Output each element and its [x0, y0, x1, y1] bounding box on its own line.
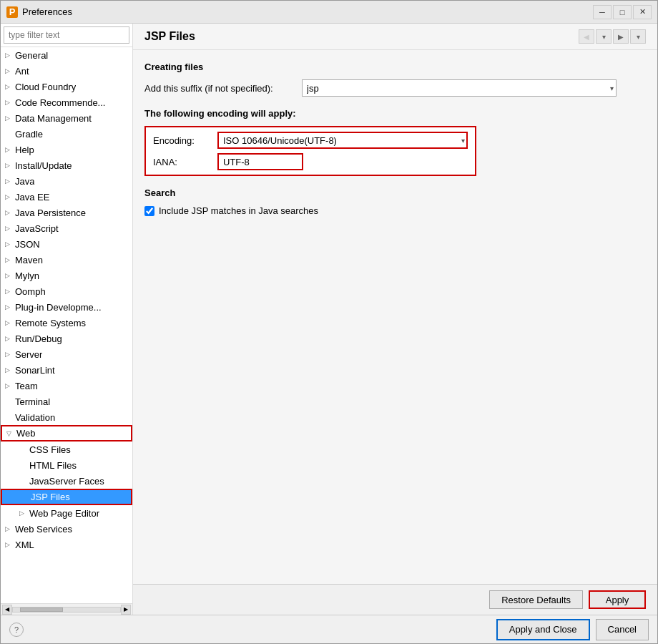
sidebar-item-css-files[interactable]: ▷ CSS Files [1, 441, 132, 457]
sidebar-item-general[interactable]: ▷ General [1, 47, 132, 63]
sidebar-item-label: CSS Files [29, 444, 71, 455]
sidebar-item-label: Maven [15, 255, 43, 265]
expand-arrow: ▷ [5, 52, 15, 59]
suffix-label: Add this suffix (if not specified): [144, 83, 302, 94]
sidebar-item-label: Gradle [15, 129, 43, 140]
sidebar-item-label: Ant [15, 66, 29, 77]
expand-arrow: ▷ [5, 525, 15, 532]
expand-arrow: ▷ [5, 272, 15, 279]
encoding-bordered-box: Encoding: ISO 10646/Unicode(UTF-8) ▾ IAN… [144, 126, 476, 176]
sidebar-item-java-ee[interactable]: ▷ Java EE [1, 189, 132, 205]
sidebar-item-server[interactable]: ▷ Server [1, 346, 132, 362]
expand-arrow: ▷ [5, 225, 15, 232]
sidebar-item-gradle[interactable]: ▷ Gradle [1, 126, 132, 142]
sidebar-item-json[interactable]: ▷ JSON [1, 236, 132, 252]
sidebar-item-html-files[interactable]: ▷ HTML Files [1, 457, 132, 473]
sidebar-item-code-recommender[interactable]: ▷ Code Recommende... [1, 94, 132, 110]
scrollbar-thumb[interactable] [20, 608, 63, 612]
sidebar-item-mylyn[interactable]: ▷ Mylyn [1, 268, 132, 283]
sidebar-item-maven[interactable]: ▷ Maven [1, 252, 132, 268]
search-section: Search Include JSP matches in Java searc… [144, 187, 646, 216]
sidebar-item-label: Help [15, 145, 34, 155]
restore-defaults-button[interactable]: Restore Defaults [489, 590, 583, 609]
sidebar-scrollbar[interactable]: ◀ ▶ [1, 603, 132, 615]
back-button[interactable]: ◀ [579, 29, 594, 44]
sidebar-item-sonarlint[interactable]: ▷ SonarLint [1, 362, 132, 378]
minimize-button[interactable]: ─ [593, 5, 612, 19]
sidebar-item-web-services[interactable]: ▷ Web Services [1, 521, 132, 537]
sidebar-item-terminal[interactable]: ▷ Terminal [1, 394, 132, 409]
sidebar-item-ant[interactable]: ▷ Ant [1, 63, 132, 79]
sidebar-item-remote-systems[interactable]: ▷ Remote Systems [1, 315, 132, 331]
forward-button[interactable]: ▶ [613, 29, 629, 44]
filter-box [1, 24, 132, 47]
sidebar-item-label: Remote Systems [15, 318, 86, 328]
sidebar-item-label: Web [16, 428, 36, 439]
sidebar-item-cloud-foundry[interactable]: ▷ Cloud Foundry [1, 79, 132, 94]
sidebar-item-plug-in-development[interactable]: ▷ Plug-in Developme... [1, 299, 132, 315]
expand-arrow: ▷ [5, 67, 15, 74]
scroll-left-button[interactable]: ◀ [2, 605, 12, 615]
apply-and-close-button[interactable]: Apply and Close [496, 619, 590, 640]
sidebar-item-validation[interactable]: ▷ Validation [1, 409, 132, 425]
sidebar-item-web[interactable]: ▽ Web [1, 425, 132, 441]
sidebar-item-install-update[interactable]: ▷ Install/Update [1, 157, 132, 173]
sidebar-item-javascript[interactable]: ▷ JavaScript [1, 220, 132, 236]
sidebar-item-team[interactable]: ▷ Team [1, 378, 132, 394]
sidebar-item-label: Cloud Foundry [15, 82, 76, 92]
encoding-dropdown-arrow: ▾ [461, 137, 465, 145]
sidebar-item-label: Validation [15, 412, 55, 423]
back-dropdown-button[interactable]: ▾ [596, 29, 612, 44]
maximize-button[interactable]: □ [613, 5, 632, 19]
expand-arrow: ▷ [5, 83, 15, 90]
title-bar-left: P Preferences [6, 6, 72, 18]
sidebar-item-javaserver-faces[interactable]: ▷ JavaServer Faces [1, 473, 132, 489]
expand-arrow: ▷ [5, 256, 15, 263]
sidebar-item-label: Data Management [15, 113, 92, 124]
creating-files-section: Creating files Add this suffix (if not s… [144, 62, 646, 97]
footer: ? Apply and Close Cancel [1, 615, 657, 643]
close-button[interactable]: ✕ [633, 5, 652, 19]
tree-area: ▷ General ▷ Ant ▷ Cloud Foundry ▷ Code R… [1, 47, 132, 603]
encoding-select[interactable]: ISO 10646/Unicode(UTF-8) [217, 132, 468, 149]
sidebar-item-web-page-editor[interactable]: ▷ Web Page Editor [1, 505, 132, 521]
search-checkbox[interactable] [144, 206, 154, 216]
expand-arrow: ▷ [5, 335, 15, 342]
bottom-buttons: Restore Defaults Apply [133, 584, 657, 615]
suffix-select[interactable]: jsp [302, 79, 617, 97]
main-content: ▷ General ▷ Ant ▷ Cloud Foundry ▷ Code R… [1, 24, 657, 615]
creating-files-title: Creating files [144, 62, 646, 72]
sidebar-item-label: XML [15, 540, 34, 550]
search-checkbox-row: Include JSP matches in Java searches [144, 205, 646, 216]
sidebar-item-xml[interactable]: ▷ XML [1, 537, 132, 552]
apply-button[interactable]: Apply [589, 590, 646, 609]
iana-value: UTF-8 [217, 153, 303, 170]
sidebar-item-label: JavaServer Faces [29, 476, 104, 487]
sidebar-item-java[interactable]: ▷ Java [1, 173, 132, 189]
forward-dropdown-button[interactable]: ▾ [630, 29, 646, 44]
sidebar-item-jsp-files[interactable]: ▷ JSP Files [1, 489, 132, 505]
filter-input[interactable] [4, 26, 129, 44]
sidebar-item-data-management[interactable]: ▷ Data Management [1, 110, 132, 126]
encoding-control: ISO 10646/Unicode(UTF-8) ▾ [217, 132, 468, 149]
scroll-right-button[interactable]: ▶ [121, 605, 131, 615]
expand-arrow: ▷ [5, 541, 15, 548]
help-button[interactable]: ? [9, 623, 24, 637]
content-panel: JSP Files ◀ ▾ ▶ ▾ Creating files Add thi… [133, 24, 657, 615]
sidebar-item-java-persistence[interactable]: ▷ Java Persistence [1, 205, 132, 220]
sidebar-item-label: Run/Debug [15, 333, 62, 344]
sidebar-item-label: SonarLint [15, 365, 55, 376]
sidebar-item-help[interactable]: ▷ Help [1, 142, 132, 157]
suffix-control: jsp ▾ [302, 79, 617, 97]
encoding-value: ISO 10646/Unicode(UTF-8) [223, 135, 337, 146]
sidebar-item-label: Plug-in Developme... [15, 302, 102, 313]
encoding-label: Encoding: [153, 135, 217, 146]
sidebar-item-label: Team [15, 381, 38, 391]
expand-arrow: ▷ [5, 114, 15, 122]
sidebar-item-label: Java [15, 176, 34, 187]
expand-arrow: ▷ [5, 319, 15, 326]
sidebar-item-label: Code Recommende... [15, 97, 105, 108]
cancel-button[interactable]: Cancel [596, 619, 649, 640]
sidebar-item-run-debug[interactable]: ▷ Run/Debug [1, 331, 132, 346]
sidebar-item-oomph[interactable]: ▷ Oomph [1, 283, 132, 299]
